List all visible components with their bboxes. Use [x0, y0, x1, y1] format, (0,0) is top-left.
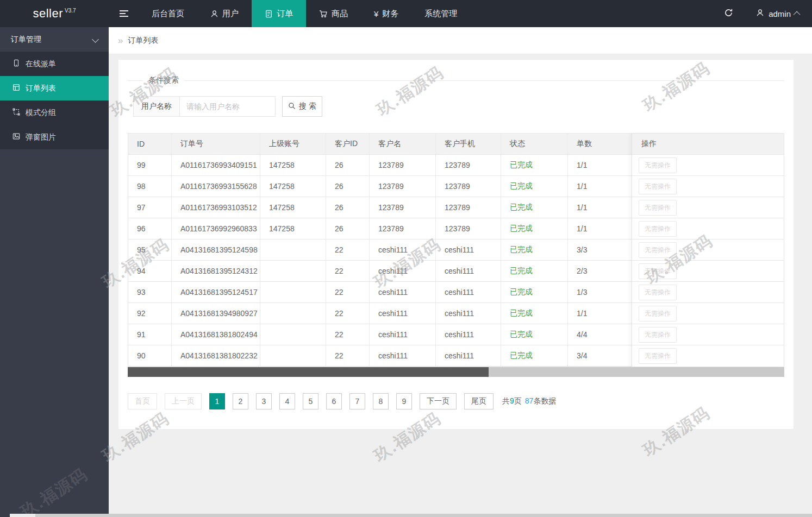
no-action-button[interactable]: 无需操作: [639, 306, 677, 321]
cell-customer-phone: ceshi111: [436, 239, 501, 260]
page-number-button[interactable]: 3: [256, 393, 272, 409]
cell-id: 90: [128, 345, 172, 366]
col-header-status: 状态: [501, 134, 568, 154]
page-number-button[interactable]: 1: [209, 393, 225, 409]
page-title: 订单列表: [128, 36, 158, 46]
cell-parent-account: 147258: [260, 176, 326, 197]
cell-status: 已完成: [501, 239, 568, 260]
nav-label: 财务: [382, 9, 398, 19]
cell-customer-id: 22: [326, 345, 370, 366]
nav-label: 商品: [332, 9, 348, 19]
page-number-button[interactable]: 5: [303, 393, 318, 409]
operations-cell: 无需操作: [632, 239, 784, 261]
cell-count: 1/1: [568, 218, 634, 239]
sidebar-item-label: 弹窗图片: [26, 133, 56, 142]
sidebar-item-label: 在线派单: [26, 59, 56, 69]
breadcrumb-arrows-icon: »: [118, 35, 123, 46]
cell-parent-account: [260, 345, 326, 366]
no-action-button[interactable]: 无需操作: [639, 242, 677, 258]
order-icon: [265, 10, 273, 18]
sidebar-item-mode-group[interactable]: 模式分组: [0, 100, 109, 125]
refresh-button[interactable]: [709, 0, 748, 27]
nav-item-orders[interactable]: 订单: [252, 0, 306, 27]
cell-customer-phone: ceshi111: [436, 261, 501, 281]
nav-item-products[interactable]: 商品: [306, 0, 361, 27]
col-header-customer-phone: 客户手机: [436, 134, 501, 154]
nav-label: 后台首页: [152, 9, 184, 19]
page-number-button[interactable]: 9: [396, 393, 412, 409]
sidebar-group-label: 订单管理: [11, 35, 41, 45]
topbar: seller V3.7 后台首页 用户 订单 商品 ¥ 财务 系统管理: [0, 0, 812, 27]
no-action-button[interactable]: 无需操作: [639, 348, 677, 364]
page-horizontal-scrollbar[interactable]: [0, 514, 812, 517]
page-number-button[interactable]: 7: [349, 393, 365, 409]
cell-customer-id: 26: [326, 218, 370, 239]
sidebar-item-order-list[interactable]: 订单列表: [0, 76, 109, 100]
breadcrumb: » 订单列表: [109, 27, 812, 54]
chevron-up-icon: [794, 11, 801, 18]
sidebar-item-popup-image[interactable]: 弹窗图片: [0, 125, 109, 149]
top-nav: 后台首页 用户 订单 商品 ¥ 财务 系统管理: [139, 0, 470, 27]
sidebar-item-online-dispatch[interactable]: 在线派单: [0, 52, 109, 76]
username-input[interactable]: [180, 96, 276, 117]
cell-customer-phone: ceshi111: [436, 303, 501, 324]
nav-item-system[interactable]: 系统管理: [411, 0, 470, 27]
order-list-icon: [13, 84, 20, 93]
no-action-button[interactable]: 无需操作: [639, 200, 677, 216]
cell-id: 93: [128, 282, 172, 302]
col-header-operations: 操作: [632, 134, 784, 155]
sidebar-toggle-button[interactable]: [109, 0, 139, 27]
page-scrollbar-thumb[interactable]: [10, 514, 35, 517]
no-action-button[interactable]: 无需操作: [639, 263, 677, 279]
cell-count: 1/3: [568, 282, 634, 302]
yen-icon: ¥: [374, 9, 378, 18]
operations-fixed-column: 操作 无需操作 无需操作 无需操作 无需操作 无需操作 无需操作 无需操作 无需…: [632, 134, 784, 367]
page-number-button[interactable]: 8: [373, 393, 389, 409]
col-header-order-no: 订单号: [172, 134, 260, 154]
no-action-button[interactable]: 无需操作: [639, 221, 677, 237]
page-number-button[interactable]: 2: [233, 393, 248, 409]
no-action-button[interactable]: 无需操作: [639, 157, 677, 173]
page-number-button[interactable]: 4: [279, 393, 295, 409]
cell-customer-id: 22: [326, 239, 370, 260]
sidebar-submenu: 在线派单 订单列表 模式分组 弹窗图片: [0, 52, 109, 149]
nav-item-dashboard[interactable]: 后台首页: [139, 0, 197, 27]
search-fieldset: 条件搜索: [128, 80, 784, 81]
operations-cell: 无需操作: [632, 176, 784, 197]
sidebar-group-order-management[interactable]: 订单管理: [0, 27, 109, 52]
cell-count: 1/1: [568, 197, 634, 218]
table-horizontal-scrollbar[interactable]: [128, 367, 784, 377]
nav-item-finance[interactable]: ¥ 财务: [361, 0, 411, 27]
user-name: admin: [769, 9, 791, 18]
search-button[interactable]: 搜 索: [282, 96, 322, 117]
cell-status: 已完成: [501, 282, 568, 302]
search-form: 用户名称 搜 索: [133, 96, 784, 117]
sidebar-item-label: 订单列表: [26, 84, 56, 93]
cell-id: 99: [128, 155, 172, 175]
cell-customer-id: 22: [326, 303, 370, 324]
cell-customer-phone: 123789: [436, 176, 501, 197]
nav-item-users[interactable]: 用户: [197, 0, 252, 27]
user-menu[interactable]: admin: [748, 0, 812, 27]
cell-order-no: A04131681395124517: [172, 282, 260, 302]
summary-mid: 页: [514, 396, 522, 405]
cell-customer-id: 22: [326, 324, 370, 345]
no-action-button[interactable]: 无需操作: [639, 285, 677, 300]
operations-cell: 无需操作: [632, 303, 784, 324]
page-next-button[interactable]: 下一页: [420, 393, 457, 409]
page-last-button[interactable]: 尾页: [464, 393, 494, 409]
no-action-button[interactable]: 无需操作: [639, 327, 677, 343]
cell-customer-phone: 123789: [436, 218, 501, 239]
no-action-button[interactable]: 无需操作: [639, 179, 677, 194]
app-logo-text: seller: [33, 7, 63, 21]
cell-parent-account: [260, 324, 326, 345]
page-number-button[interactable]: 6: [326, 393, 342, 409]
cell-order-no: A04131681381802232: [172, 345, 260, 366]
page-first-button[interactable]: 首页: [128, 393, 157, 409]
cell-status: 已完成: [501, 218, 568, 239]
summary-total-items: 87: [525, 396, 534, 405]
scrollbar-thumb[interactable]: [128, 367, 489, 377]
page-prev-button[interactable]: 上一页: [165, 393, 202, 409]
cell-customer-phone: ceshi111: [436, 282, 501, 302]
orders-table: ID 订单号 上级账号 客户ID 客户名 客户手机 状态 单数 99 A0116…: [128, 133, 784, 367]
